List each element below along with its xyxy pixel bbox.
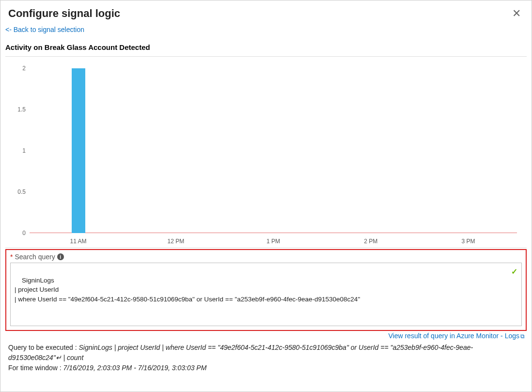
y-tick: 0 xyxy=(22,230,26,236)
query-execution-info: Query to be executed : SigninLogs | proj… xyxy=(5,341,527,376)
search-query-label-row: * Search query i xyxy=(10,252,522,263)
chart-bar xyxy=(72,68,85,233)
x-tick: 1 PM xyxy=(266,238,280,245)
x-tick: 11 AM xyxy=(70,238,87,245)
back-link[interactable]: <- Back to signal selection xyxy=(5,24,85,38)
checkmark-icon: ✓ xyxy=(511,266,517,277)
x-tick: 2 PM xyxy=(364,238,377,245)
chart-container: 00.511.52 11 AM12 PM1 PM2 PM3 PM xyxy=(5,56,527,248)
info-icon[interactable]: i xyxy=(57,253,64,260)
close-icon: ✕ xyxy=(512,7,521,19)
search-query-section: * Search query i SigninLogs | project Us… xyxy=(5,249,527,331)
page-title: Configure signal logic xyxy=(8,7,120,20)
x-tick: 12 PM xyxy=(167,238,184,245)
search-query-text: SigninLogs | project UserId | where User… xyxy=(15,277,360,303)
y-axis: 00.511.52 xyxy=(10,68,30,233)
external-link-icon: ⧉ xyxy=(520,333,525,340)
y-tick: 0.5 xyxy=(17,189,26,195)
time-window-prefix: For time window : xyxy=(8,364,63,372)
query-executed-prefix: Query to be executed : xyxy=(8,344,79,351)
search-query-input[interactable]: SigninLogs | project UserId | where User… xyxy=(10,263,522,326)
x-tick: 3 PM xyxy=(461,238,475,245)
x-axis: 11 AM12 PM1 PM2 PM3 PM xyxy=(30,234,517,248)
y-tick: 1 xyxy=(22,148,26,154)
search-query-label: Search query xyxy=(15,253,55,261)
signal-name: Activity on Break Glass Account Detected xyxy=(5,38,527,54)
time-window-value: 7/16/2019, 2:03:03 PM - 7/16/2019, 3:03:… xyxy=(63,364,207,372)
required-indicator: * xyxy=(10,253,13,261)
chart: 00.511.52 11 AM12 PM1 PM2 PM3 PM xyxy=(10,63,522,248)
view-result-link-label: View result of query in Azure Monitor - … xyxy=(388,332,519,340)
view-result-link[interactable]: View result of query in Azure Monitor - … xyxy=(388,332,525,340)
close-button[interactable]: ✕ xyxy=(509,7,524,20)
y-tick: 1.5 xyxy=(17,107,26,112)
chart-baseline xyxy=(30,233,517,233)
plot-area xyxy=(30,68,517,233)
y-tick: 2 xyxy=(22,65,26,71)
